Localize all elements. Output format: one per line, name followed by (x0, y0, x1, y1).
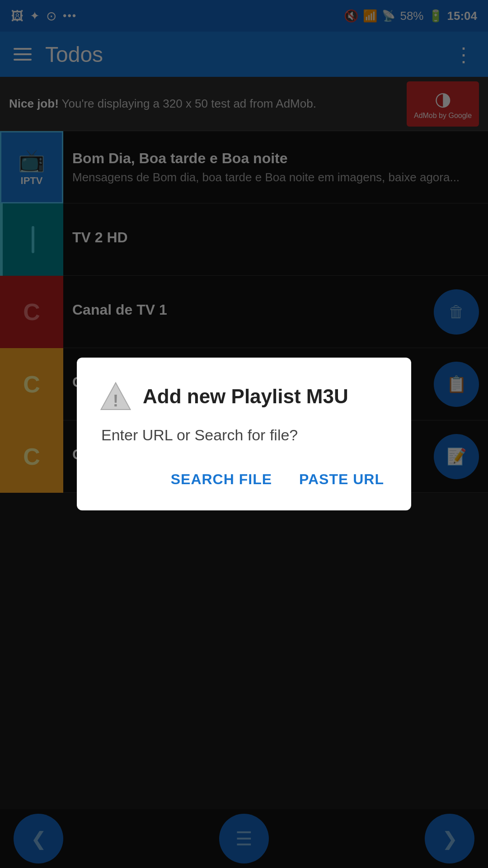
dialog-title: Add new Playlist M3U (143, 385, 348, 408)
dialog-buttons: SEARCH FILE PASTE URL (99, 467, 389, 492)
search-file-button[interactable]: SEARCH FILE (166, 467, 277, 492)
dialog-message: Enter URL or Search for file? (99, 426, 389, 444)
svg-text:!: ! (113, 391, 118, 410)
dialog-header: ! Add new Playlist M3U (99, 380, 389, 413)
modal-overlay[interactable]: ! Add new Playlist M3U Enter URL or Sear… (0, 0, 488, 868)
paste-url-button[interactable]: PASTE URL (295, 467, 389, 492)
add-playlist-dialog: ! Add new Playlist M3U Enter URL or Sear… (77, 358, 411, 510)
warning-icon: ! (99, 380, 132, 413)
